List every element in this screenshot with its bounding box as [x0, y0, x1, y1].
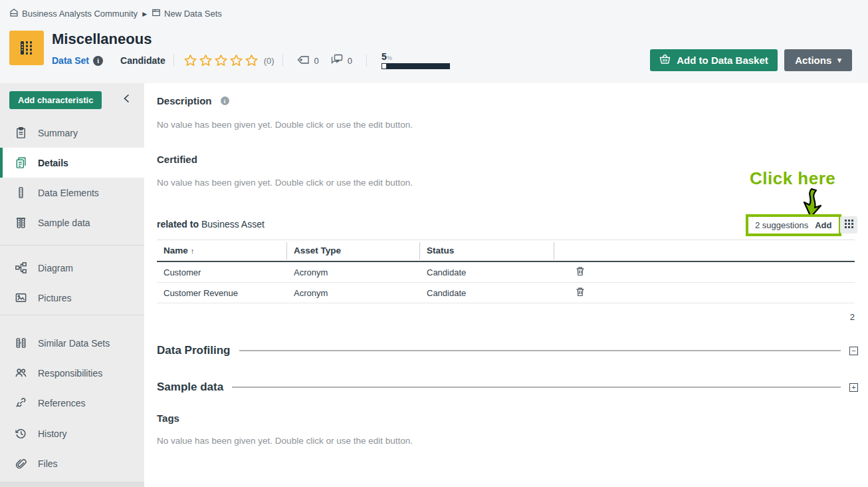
- rating-count: (0): [264, 56, 274, 66]
- sidebar-item-label: Summary: [38, 128, 78, 138]
- section-rule: [232, 387, 841, 388]
- relation-title: related to Business Asset: [157, 219, 265, 230]
- comments-icon: [331, 54, 343, 67]
- rating-stars[interactable]: [183, 54, 259, 68]
- add-to-data-basket-button[interactable]: Add to Data Basket: [650, 49, 778, 71]
- add-characteristic-button[interactable]: Add characteristic: [9, 91, 102, 109]
- trash-icon[interactable]: [576, 266, 585, 276]
- asset-type-link[interactable]: Data Set: [52, 55, 89, 66]
- status-badge: Candidate: [120, 55, 165, 66]
- grid-icon: [845, 219, 853, 231]
- sort-ascending-icon: ↑: [191, 247, 195, 255]
- completeness-bar: [381, 63, 450, 69]
- sidebar-item-details[interactable]: Details: [0, 148, 144, 178]
- actions-button[interactable]: Actions ▾: [784, 49, 852, 71]
- tags-empty-value[interactable]: No value has been given yet. Double clic…: [157, 436, 413, 446]
- data-profiling-section: Data Profiling −: [157, 344, 858, 357]
- table-row[interactable]: Customer Revenue Acronym Candidate: [157, 283, 855, 303]
- sidebar-item-diagram[interactable]: Diagram: [0, 253, 144, 283]
- sidebar-item-label: Data Elements: [38, 188, 99, 198]
- info-icon[interactable]: i: [93, 56, 103, 66]
- documents-icon: [15, 156, 27, 169]
- sidebar-footer-strip: [0, 482, 144, 487]
- link-icon: [15, 397, 27, 409]
- sidebar-divider: [0, 245, 144, 245]
- sample-data-section: Sample data +: [157, 381, 858, 394]
- completeness-unit: %: [387, 55, 392, 61]
- star-icon: [199, 54, 213, 68]
- paperclip-icon: [15, 457, 27, 470]
- sidebar-divider: [0, 315, 144, 315]
- star-icon: [245, 54, 259, 68]
- tags-heading: Tags: [157, 412, 179, 424]
- clipboard-icon: [15, 126, 27, 139]
- sidebar-item-label: Similar Data Sets: [38, 338, 110, 349]
- trash-icon[interactable]: [576, 287, 585, 297]
- sidebar: Add characteristic Summary Details Data …: [0, 83, 144, 487]
- grid-view-button[interactable]: [840, 216, 857, 234]
- sidebar-item-label: Diagram: [38, 263, 73, 273]
- table-total-count: 2: [850, 312, 855, 322]
- collapse-box-icon[interactable]: −: [849, 347, 858, 355]
- domain-icon: [152, 8, 161, 19]
- sidebar-item-label: History: [38, 428, 67, 439]
- caret-down-icon: ▾: [837, 56, 841, 65]
- sidebar-item-label: Files: [38, 458, 58, 469]
- page-title: Miscellaneous: [52, 31, 152, 48]
- sidebar-item-label: Sample data: [38, 218, 90, 228]
- table-row[interactable]: Customer Acronym Candidate: [157, 262, 855, 283]
- breadcrumb-domain[interactable]: New Data Sets: [152, 8, 222, 19]
- suggestions-add-button[interactable]: Add: [815, 220, 831, 230]
- description-empty-value[interactable]: No value has been given yet. Double clic…: [157, 120, 413, 130]
- sidebar-item-label: Pictures: [38, 293, 72, 303]
- asset-meta-row: Data Set i Candidate (0) 0 0 5%: [52, 53, 450, 68]
- certified-empty-value[interactable]: No value has been given yet. Double clic…: [157, 178, 413, 188]
- divider: [366, 55, 367, 67]
- related-assets-table: Name ↑ Asset Type Status Customer Acrony…: [157, 240, 855, 303]
- column-header-asset-type[interactable]: Asset Type: [287, 242, 420, 259]
- sidebar-item-summary[interactable]: Summary: [0, 118, 144, 148]
- completeness-bar-fill: [382, 64, 386, 69]
- sidebar-item-label: Details: [38, 158, 68, 168]
- star-icon: [214, 54, 228, 68]
- sidebar-item-responsibilities[interactable]: Responsibilities: [0, 358, 144, 388]
- column-header-name[interactable]: Name ↑: [157, 242, 287, 259]
- basket-icon: [659, 54, 671, 67]
- diagram-icon: [15, 261, 27, 274]
- dataset-tile-icon: [9, 31, 44, 65]
- sidebar-item-sample-data[interactable]: Sample data: [0, 208, 144, 238]
- data-profiling-heading: Data Profiling: [157, 344, 231, 357]
- column-header-status[interactable]: Status: [420, 242, 554, 259]
- star-icon: [229, 54, 243, 68]
- sidebar-item-history[interactable]: History: [0, 418, 144, 448]
- page-header: Business Analysts Community ▶ New Data S…: [0, 0, 868, 83]
- section-rule: [239, 350, 841, 351]
- column-icon: [15, 186, 27, 199]
- sidebar-item-data-elements[interactable]: Data Elements: [0, 178, 144, 208]
- sidebar-item-label: References: [38, 398, 86, 408]
- collapse-chevron-icon[interactable]: [119, 91, 134, 106]
- breadcrumb-separator-icon: ▶: [142, 11, 147, 17]
- sidebar-item-similar-data-sets[interactable]: Similar Data Sets: [0, 328, 144, 358]
- info-icon[interactable]: i: [221, 96, 229, 105]
- description-heading: Description i: [157, 95, 229, 106]
- table-header-row: Name ↑ Asset Type Status: [157, 240, 855, 262]
- history-icon: [15, 427, 27, 440]
- comments-counter[interactable]: 0: [331, 54, 352, 67]
- column-header-actions: [554, 242, 855, 259]
- sidebar-item-label: Responsibilities: [38, 368, 102, 379]
- click-here-annotation: Click here: [750, 168, 835, 189]
- sidebar-item-pictures[interactable]: Pictures: [0, 283, 144, 313]
- picture-icon: [15, 291, 27, 304]
- expand-box-icon[interactable]: +: [849, 383, 858, 392]
- breadcrumb: Business Analysts Community ▶ New Data S…: [9, 8, 222, 19]
- sidebar-item-references[interactable]: References: [0, 388, 144, 418]
- divider: [282, 55, 283, 67]
- people-icon: [15, 367, 27, 379]
- tags-counter[interactable]: 0: [297, 55, 319, 67]
- suggestions-box[interactable]: 2 suggestions Add: [746, 214, 841, 236]
- breadcrumb-community[interactable]: Business Analysts Community: [9, 8, 138, 19]
- sidebar-item-files[interactable]: Files: [0, 448, 144, 478]
- community-icon: [9, 8, 19, 19]
- divider: [173, 55, 174, 67]
